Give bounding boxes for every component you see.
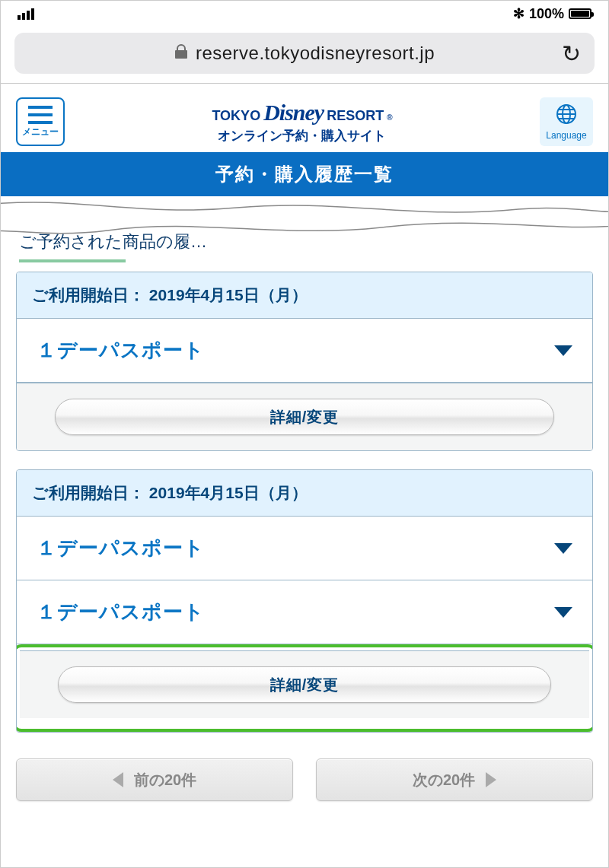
- chevron-down-icon: [554, 345, 572, 356]
- details-button-label: 詳細/変更: [270, 675, 340, 695]
- site-logo[interactable]: TOKYO Disney RESORT ® オンライン予約・購入サイト: [212, 100, 392, 145]
- prev-page-button[interactable]: 前の20件: [16, 758, 293, 801]
- language-button-label: Language: [546, 130, 586, 141]
- status-indicators-left: [18, 8, 34, 20]
- next-page-label: 次の20件: [413, 770, 475, 790]
- ticket-name: １デーパスポート: [37, 599, 205, 625]
- reload-icon[interactable]: ↻: [562, 40, 581, 67]
- status-indicators-right: ✻ 100%: [513, 5, 591, 22]
- logo-word-tokyo: TOKYO: [212, 108, 260, 124]
- section-underline: [19, 259, 126, 262]
- card-date-header: ご利用開始日： 2019年4月15日（月）: [17, 470, 592, 517]
- card-item-row[interactable]: １デーパスポート: [17, 319, 592, 383]
- device-status-bar: ✻ 100%: [1, 1, 608, 27]
- chevron-left-icon: [113, 772, 123, 787]
- pagination: 前の20件 次の20件: [1, 751, 608, 816]
- ticket-name: １デーパスポート: [37, 337, 205, 364]
- logo-line-1: TOKYO Disney RESORT ®: [212, 100, 392, 126]
- chevron-right-icon: [486, 772, 496, 787]
- page-title: 予約・購入履歴一覧: [215, 162, 394, 186]
- reservation-card: ご利用開始日： 2019年4月15日（月） １デーパスポート 詳細/変更: [16, 272, 593, 451]
- battery-icon: [569, 8, 591, 19]
- chevron-down-icon: [554, 607, 572, 618]
- details-button[interactable]: 詳細/変更: [58, 666, 551, 703]
- bluetooth-icon: ✻: [513, 5, 525, 22]
- ticket-name: １デーパスポート: [37, 535, 205, 561]
- logo-line-2: オンライン予約・購入サイト: [218, 127, 386, 145]
- section-heading-partial: ご予約された商品の履…: [1, 231, 608, 253]
- logo-word-resort: RESORT: [327, 108, 384, 124]
- next-page-button[interactable]: 次の20件: [316, 758, 593, 801]
- details-button[interactable]: 詳細/変更: [55, 399, 554, 435]
- logo-registered-mark: ®: [387, 113, 392, 122]
- url-text: reserve.tokyodisneyresort.jp: [196, 43, 435, 64]
- card-footer: 詳細/変更: [17, 383, 592, 450]
- page-title-strip: 予約・購入履歴一覧: [1, 152, 608, 196]
- battery-percentage: 100%: [529, 6, 564, 22]
- card-date-label: ご利用開始日：: [32, 286, 145, 304]
- card-date-value: 2019年4月15日（月）: [149, 484, 308, 501]
- signal-icon: [18, 8, 34, 20]
- highlighted-annotation: 詳細/変更: [16, 644, 593, 732]
- app-header: メニュー TOKYO Disney RESORT ® オンライン予約・購入サイト…: [1, 84, 608, 152]
- chevron-down-icon: [554, 543, 572, 554]
- card-item-row[interactable]: １デーパスポート: [17, 580, 592, 644]
- lock-icon: [174, 44, 188, 63]
- logo-word-disney: Disney: [263, 100, 324, 126]
- globe-icon: [555, 103, 578, 129]
- card-date-value: 2019年4月15日（月）: [149, 286, 308, 304]
- card-date-label: ご利用開始日：: [32, 484, 145, 501]
- prev-page-label: 前の20件: [134, 770, 196, 790]
- card-footer: 詳細/変更: [20, 650, 589, 718]
- reservation-card: ご利用開始日： 2019年4月15日（月） １デーパスポート １デーパスポート …: [16, 469, 593, 733]
- browser-chrome: reserve.tokyodisneyresort.jp ↻: [1, 27, 608, 84]
- menu-button-label: メニュー: [22, 126, 59, 138]
- language-button[interactable]: Language: [540, 97, 593, 146]
- card-item-row[interactable]: １デーパスポート: [17, 517, 592, 580]
- hamburger-icon: [28, 106, 53, 124]
- details-button-label: 詳細/変更: [270, 407, 340, 428]
- menu-button[interactable]: メニュー: [16, 97, 65, 146]
- address-bar[interactable]: reserve.tokyodisneyresort.jp ↻: [14, 33, 595, 74]
- card-date-header: ご利用開始日： 2019年4月15日（月）: [17, 272, 592, 319]
